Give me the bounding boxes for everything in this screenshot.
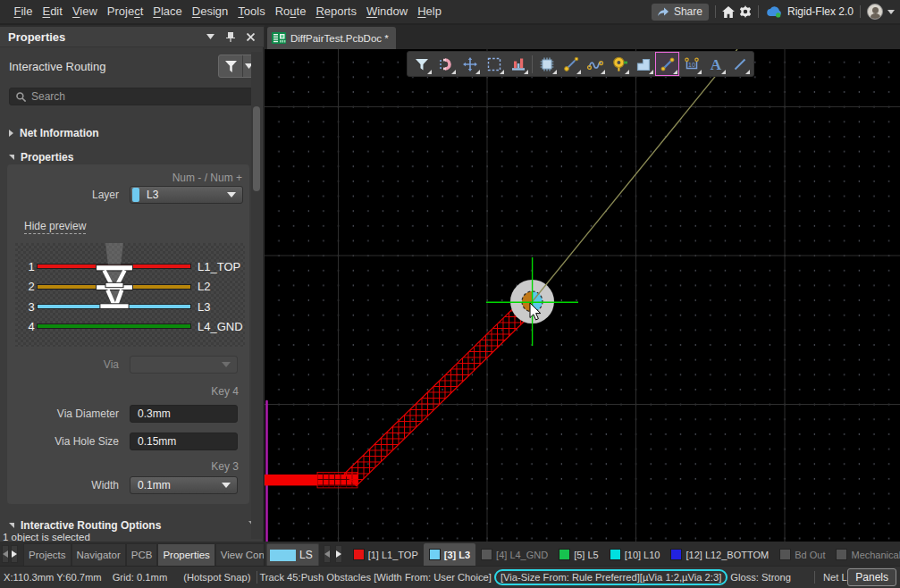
menu-tools[interactable]: Tools xyxy=(233,0,270,23)
user-avatar[interactable] xyxy=(867,4,883,20)
dimension-tool-button[interactable]: 10 xyxy=(679,52,703,76)
via-field-label: Via xyxy=(104,358,119,371)
section-properties[interactable]: Properties xyxy=(0,150,264,164)
via-tool-button[interactable] xyxy=(607,52,631,76)
user-menu-caret-icon[interactable] xyxy=(887,10,895,14)
layer-color-swatch xyxy=(779,549,791,560)
panel-menu-icon[interactable] xyxy=(206,34,214,39)
layer-tab-label: [1] L1_TOP xyxy=(368,550,418,560)
line-tool-button[interactable] xyxy=(728,52,752,76)
layer-sets-label: LS xyxy=(299,549,313,561)
filter-split-button[interactable] xyxy=(218,55,256,78)
via-dropdown[interactable] xyxy=(130,356,238,374)
menu-view[interactable]: View xyxy=(67,0,102,23)
tabs-scroll-right-button[interactable] xyxy=(11,545,18,563)
separator xyxy=(257,571,257,584)
tabs-scroll-left-button[interactable] xyxy=(2,545,9,563)
active-toolbar: 10A xyxy=(407,51,754,77)
via-diameter-input[interactable]: 0.3mm xyxy=(130,405,238,423)
document-tab-bar: DiffPairTest.PcbDoc * xyxy=(265,25,900,49)
via-hole-size-input[interactable]: 0.15mm xyxy=(130,433,238,450)
align-tool-button[interactable] xyxy=(506,52,530,76)
hide-preview-link[interactable]: Hide preview xyxy=(24,220,86,234)
panel-tab-properties[interactable]: Properties xyxy=(157,543,214,566)
search-icon xyxy=(16,92,26,102)
text-tool-button[interactable]: A xyxy=(703,52,728,76)
filter-button[interactable] xyxy=(219,55,243,77)
scrollbar-thumb[interactable] xyxy=(253,106,260,191)
panel-tab-pcb[interactable]: PCB xyxy=(126,543,158,566)
layer-tab-1-l1_top[interactable]: [1] L1_TOP xyxy=(348,543,424,566)
width-field-label: Width xyxy=(91,479,119,491)
polygon-tool-button[interactable] xyxy=(631,52,655,76)
collapse-arrow-icon xyxy=(9,130,13,137)
close-icon[interactable] xyxy=(247,33,255,41)
share-button[interactable]: Share xyxy=(652,4,709,21)
layer-tab-bd-out[interactable]: Bd Out xyxy=(774,543,830,566)
layer-color-swatch xyxy=(610,549,621,560)
align-icon xyxy=(509,55,527,73)
search-input[interactable]: Search xyxy=(9,88,256,105)
layers-scroll-left-button[interactable] xyxy=(324,545,331,563)
product-name[interactable]: Rigid-Flex 2.0 xyxy=(787,5,854,18)
layer-tab-10-l10[interactable]: [10] L10 xyxy=(604,543,666,566)
layer-tab-label: [4] L4_GND xyxy=(496,550,548,560)
gear-icon[interactable] xyxy=(739,5,752,18)
route-icon xyxy=(562,55,580,73)
document-tab[interactable]: DiffPairTest.PcbDoc * xyxy=(267,27,396,49)
home-icon[interactable] xyxy=(722,6,735,18)
panel-tab-navigator[interactable]: Navigator xyxy=(71,543,126,566)
track-tool-button[interactable] xyxy=(655,52,679,76)
component-tool-button[interactable] xyxy=(534,52,559,76)
pcb-canvas[interactable] xyxy=(265,49,900,542)
panels-button[interactable]: Panels xyxy=(847,568,896,586)
layer-color-swatch xyxy=(132,188,139,202)
menu-file[interactable]: File xyxy=(9,0,38,23)
layer-color-swatch xyxy=(836,549,847,560)
tune-tool-button[interactable] xyxy=(583,52,607,76)
panel-scrollbar[interactable] xyxy=(251,52,262,539)
panel-tab-view-config[interactable]: View Config xyxy=(215,543,265,566)
width-value: 0.1mm xyxy=(138,479,171,491)
menu-window[interactable]: Window xyxy=(361,0,412,23)
pin-icon[interactable] xyxy=(226,32,235,42)
expand-arrow-icon xyxy=(9,523,14,528)
move-tool-button[interactable] xyxy=(458,52,482,76)
section-label: Interactive Routing Options xyxy=(21,519,161,532)
menu-reports[interactable]: Reports xyxy=(311,0,362,23)
snap-magnet-tool-button[interactable] xyxy=(433,52,458,76)
key4-hint: Key 4 xyxy=(211,385,239,398)
layer-tab-5-l5[interactable]: [5] L5 xyxy=(553,543,604,566)
share-icon xyxy=(657,6,669,17)
layer-tab-12-l12_bottom[interactable]: [12] L12_BOTTOM xyxy=(665,543,774,566)
cursor-coordinates: X:110.3mm Y:60.7mm xyxy=(4,572,102,583)
menu-edit[interactable]: Edit xyxy=(38,0,67,23)
layer-tab-3-l3[interactable]: [3] L3 xyxy=(424,543,475,566)
section-net-information[interactable]: Net Information xyxy=(0,126,264,140)
titlebar-right: Share Rigid-Flex 2.0 xyxy=(652,4,900,21)
layer-sets-tab[interactable]: LS xyxy=(266,543,319,566)
layer-dropdown[interactable]: L3 xyxy=(130,186,243,204)
dimension-icon: 10 xyxy=(683,55,701,73)
menu-design[interactable]: Design xyxy=(187,0,232,23)
layers-scroll-right-button[interactable] xyxy=(335,545,342,563)
route-tool-button[interactable] xyxy=(559,52,583,76)
filter-icon xyxy=(413,55,431,73)
layer-tab-4-l4_gnd[interactable]: [4] L4_GND xyxy=(475,543,553,566)
layer-tab-mechanical[interactable]: Mechanical xyxy=(830,543,900,566)
select-area-tool-button[interactable] xyxy=(482,52,506,76)
panel-tab-projects[interactable]: Projects xyxy=(23,543,71,566)
snap-magnet-icon xyxy=(437,55,455,73)
menu-help[interactable]: Help xyxy=(413,0,447,23)
via-hole-size-label: Via Hole Size xyxy=(55,435,119,448)
pcbdoc-icon xyxy=(272,32,286,44)
menu-route[interactable]: Route xyxy=(270,0,311,23)
menu-project[interactable]: Project xyxy=(102,0,147,23)
layer-color-swatch xyxy=(559,549,570,560)
menu-place[interactable]: Place xyxy=(148,0,188,23)
section-interactive-routing-options[interactable]: Interactive Routing Options xyxy=(0,518,264,533)
filter-tool-button[interactable] xyxy=(409,52,433,76)
dropdown-arrow-icon xyxy=(227,192,236,197)
layer-color-swatch xyxy=(670,549,682,560)
width-dropdown[interactable]: 0.1mm xyxy=(130,476,238,494)
